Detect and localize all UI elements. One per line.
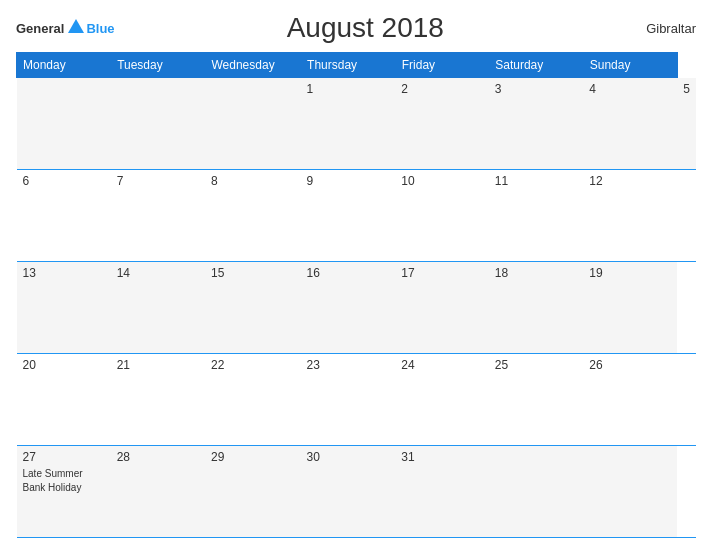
- calendar-row: 20212223242526: [17, 354, 697, 446]
- calendar-cell: 22: [205, 354, 301, 446]
- day-number: 3: [495, 82, 578, 96]
- day-number: 18: [495, 266, 578, 280]
- day-number: 4: [589, 82, 671, 96]
- col-sunday: Sunday: [583, 53, 677, 78]
- day-number: 17: [401, 266, 482, 280]
- calendar-cell: 31: [395, 446, 488, 538]
- calendar-cell: 24: [395, 354, 488, 446]
- calendar-cell: 13: [17, 262, 111, 354]
- calendar-cell: 18: [489, 262, 584, 354]
- day-number: 29: [211, 450, 295, 464]
- col-wednesday: Wednesday: [205, 53, 301, 78]
- day-number: 6: [23, 174, 105, 188]
- col-saturday: Saturday: [489, 53, 584, 78]
- day-number: 12: [589, 174, 671, 188]
- calendar-cell: 16: [301, 262, 396, 354]
- calendar-cell: [205, 78, 301, 170]
- calendar-cell: 28: [111, 446, 205, 538]
- col-thursday: Thursday: [301, 53, 396, 78]
- logo-blue-text: Blue: [86, 21, 114, 36]
- calendar-cell: 21: [111, 354, 205, 446]
- calendar-cell: 20: [17, 354, 111, 446]
- calendar-cell: 10: [395, 170, 488, 262]
- calendar-row: 27Late Summer Bank Holiday28293031: [17, 446, 697, 538]
- calendar-cell: 27Late Summer Bank Holiday: [17, 446, 111, 538]
- country-label: Gibraltar: [616, 21, 696, 36]
- calendar-cell: 3: [489, 78, 584, 170]
- day-number: 24: [401, 358, 482, 372]
- calendar-cell: 12: [583, 170, 677, 262]
- calendar-cell: 23: [301, 354, 396, 446]
- calendar-header-row: Monday Tuesday Wednesday Thursday Friday…: [17, 53, 697, 78]
- col-monday: Monday: [17, 53, 111, 78]
- day-number: 28: [117, 450, 199, 464]
- calendar-cell: 30: [301, 446, 396, 538]
- logo: General Blue: [16, 21, 115, 36]
- calendar-cell: [489, 446, 584, 538]
- logo-general-text: General: [16, 21, 64, 36]
- day-number: 2: [401, 82, 482, 96]
- day-number: 11: [495, 174, 578, 188]
- day-number: 27: [23, 450, 105, 464]
- calendar-cell: 5: [677, 78, 696, 170]
- day-number: 9: [307, 174, 390, 188]
- day-number: 22: [211, 358, 295, 372]
- calendar-row: 6789101112: [17, 170, 697, 262]
- event-text: Late Summer Bank Holiday: [23, 468, 83, 493]
- day-number: 16: [307, 266, 390, 280]
- calendar-cell: 19: [583, 262, 677, 354]
- month-title: August 2018: [115, 12, 616, 44]
- day-number: 10: [401, 174, 482, 188]
- day-number: 14: [117, 266, 199, 280]
- calendar-cell: 14: [111, 262, 205, 354]
- calendar-table: Monday Tuesday Wednesday Thursday Friday…: [16, 52, 696, 538]
- day-number: 19: [589, 266, 671, 280]
- calendar-page: General Blue August 2018 Gibraltar Monda…: [0, 0, 712, 550]
- day-number: 30: [307, 450, 390, 464]
- day-number: 8: [211, 174, 295, 188]
- calendar-cell: 7: [111, 170, 205, 262]
- calendar-cell: 15: [205, 262, 301, 354]
- day-number: 1: [307, 82, 390, 96]
- calendar-cell: 29: [205, 446, 301, 538]
- day-number: 20: [23, 358, 105, 372]
- day-number: 13: [23, 266, 105, 280]
- calendar-cell: 1: [301, 78, 396, 170]
- calendar-cell: [17, 78, 111, 170]
- day-number: 23: [307, 358, 390, 372]
- day-number: 15: [211, 266, 295, 280]
- day-number: 25: [495, 358, 578, 372]
- day-number: 26: [589, 358, 671, 372]
- day-number: 7: [117, 174, 199, 188]
- calendar-cell: [583, 446, 677, 538]
- calendar-cell: 26: [583, 354, 677, 446]
- calendar-row: 12345: [17, 78, 697, 170]
- calendar-body: 1234567891011121314151617181920212223242…: [17, 78, 697, 538]
- calendar-cell: 11: [489, 170, 584, 262]
- calendar-cell: 6: [17, 170, 111, 262]
- day-number: 21: [117, 358, 199, 372]
- calendar-cell: [111, 78, 205, 170]
- logo-triangle-icon: [68, 19, 84, 33]
- day-number: 31: [401, 450, 482, 464]
- day-number: 5: [683, 82, 690, 96]
- col-friday: Friday: [395, 53, 488, 78]
- calendar-cell: 25: [489, 354, 584, 446]
- calendar-cell: 9: [301, 170, 396, 262]
- calendar-cell: 8: [205, 170, 301, 262]
- calendar-cell: 4: [583, 78, 677, 170]
- calendar-header: General Blue August 2018 Gibraltar: [16, 12, 696, 44]
- calendar-row: 13141516171819: [17, 262, 697, 354]
- calendar-cell: 17: [395, 262, 488, 354]
- col-tuesday: Tuesday: [111, 53, 205, 78]
- calendar-cell: 2: [395, 78, 488, 170]
